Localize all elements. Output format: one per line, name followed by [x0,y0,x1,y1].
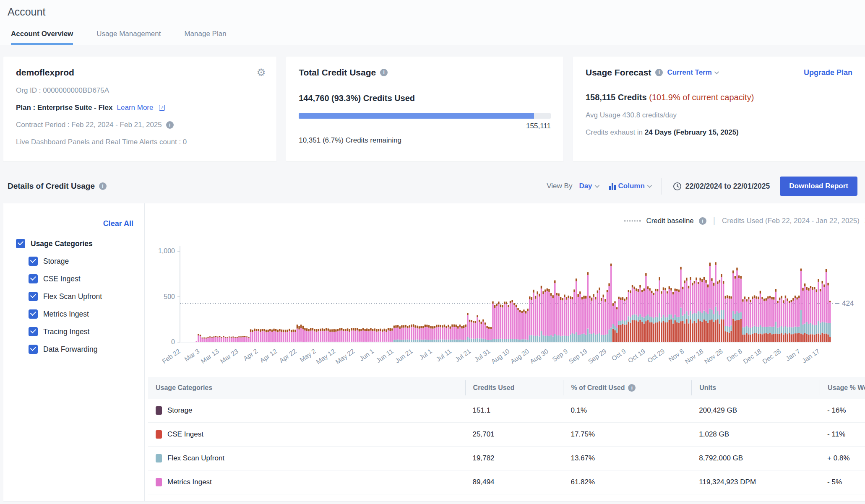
clock-icon [673,182,682,191]
learn-more-link[interactable]: Learn More [117,104,154,112]
table-row-cse-ingest[interactable]: CSE Ingest 25,701 17.75% 1,028 GB - 11% [148,423,865,447]
term-dropdown[interactable]: Current Term [667,68,717,77]
col-usage-wow: Usage % WoW [820,380,865,395]
usage-table-header: Usage Categories Credits Used % of Credi… [148,377,865,399]
usage-forecast-card: Usage Forecast i Current Term Upgrade Pl… [573,57,865,161]
checkbox-icon[interactable] [29,345,38,354]
credit-progress-fill [299,113,534,119]
info-icon[interactable]: i [699,217,706,225]
svg-text:Mar 23: Mar 23 [219,348,240,365]
credit-capacity: 155,111 [299,122,551,130]
svg-text:Aug 10: Aug 10 [490,347,511,365]
credit-usage-chart[interactable]: 05001,000424Feb 22Mar 3Mar 13Mar 23Apr 2… [145,228,858,373]
filter-tracing-ingest[interactable]: Tracing Ingest [29,327,133,336]
table-row-storage[interactable]: Storage 151.1 0.1% 200,429 GB - 16% [148,399,865,423]
svg-text:Jun 1: Jun 1 [358,348,375,363]
exhaust-prefix: Credits exhaust in [586,128,645,136]
info-icon[interactable]: i [99,182,107,190]
download-report-button[interactable]: Download Report [780,177,857,196]
divider [662,178,662,195]
forecast-credits: 158,115 Credits [586,93,647,102]
credits-used-line: 144,760 (93.3%) Credits Used [299,94,551,103]
svg-text:Jul 11: Jul 11 [435,348,453,363]
page-title: Account [8,6,865,18]
filter-metrics-ingest[interactable]: Metrics Ingest [29,309,133,319]
svg-text:May 22: May 22 [334,348,356,366]
clear-all-link[interactable]: Clear All [16,219,133,228]
capacity-warning: (101.9% of current capacity) [649,93,754,102]
cse-ingest-color-swatch [156,430,162,439]
info-icon[interactable]: i [380,69,388,76]
upgrade-plan-link[interactable]: Upgrade Plan [804,68,852,77]
svg-text:Aug 30: Aug 30 [529,347,550,365]
svg-text:May 12: May 12 [315,348,336,366]
chevron-down-icon [594,183,599,188]
svg-text:May 2: May 2 [298,348,317,364]
credit-card-title: Total Credit Usage [299,68,376,78]
tab-bar: Account Overview Usage Management Manage… [0,18,865,45]
chevron-down-icon [714,70,719,74]
svg-text:Apr 2: Apr 2 [242,348,259,362]
table-row-metrics-ingest[interactable]: Metrics Ingest 89,494 61.82% 119,324,923… [148,470,865,494]
svg-text:Jun 11: Jun 11 [375,348,395,364]
checkbox-icon[interactable] [29,309,38,319]
info-icon[interactable]: i [655,69,663,76]
summary-cards: demoflexprod ⚙ Org ID : 0000000000BD675A… [0,45,865,161]
tab-usage-management[interactable]: Usage Management [96,30,161,45]
usage-table: Usage Categories Credits Used % of Credi… [148,377,865,494]
svg-text:0: 0 [171,338,175,346]
dotted-line-icon [624,221,641,221]
org-id: Org ID : 0000000000BD675A [16,86,264,95]
date-range-picker[interactable]: 22/02/2024 to 22/01/2025 [673,182,770,191]
checkbox-icon[interactable] [29,257,38,266]
gear-icon[interactable]: ⚙ [257,67,266,78]
checkbox-icon[interactable] [16,239,25,248]
contract-period: Contract Period : Feb 22, 2024 - Feb 21,… [16,121,162,129]
column-chart-icon [609,182,616,190]
credit-usage-panel: Clear All Usage Categories Storage CSE I… [3,203,865,501]
svg-text:Jan 7: Jan 7 [784,348,802,363]
col-credits-used: Credits Used [465,380,563,395]
avg-usage: Avg Usage 430.8 credits/day [586,111,852,120]
col-pct-credit-used: % of Credit Used i [563,380,691,395]
checkbox-icon[interactable] [29,274,38,283]
svg-text:1,000: 1,000 [158,247,175,255]
svg-text:Apr 12: Apr 12 [258,348,278,364]
view-by-label: View By [547,182,572,190]
svg-text:Nov 8: Nov 8 [667,348,685,363]
table-row-flex-scan-upfront[interactable]: Flex Scan Upfront 19,782 13.67% 8,792,00… [148,447,865,470]
chart-legend: Credit baseline i | Credits Used (Feb 22… [145,216,865,226]
svg-text:Nov 28: Nov 28 [703,348,724,365]
svg-text:Jun 21: Jun 21 [394,348,414,365]
svg-text:Oct 9: Oct 9 [610,348,627,362]
info-icon[interactable]: i [628,384,636,392]
svg-text:Nov 18: Nov 18 [684,348,705,365]
filter-usage-categories[interactable]: Usage Categories [16,239,133,248]
tab-manage-plan[interactable]: Manage Plan [184,30,226,45]
org-card: demoflexprod ⚙ Org ID : 0000000000BD675A… [3,57,276,161]
chart-type-dropdown[interactable]: Column [605,182,651,190]
divider: | [713,216,715,226]
info-icon[interactable]: i [166,121,174,129]
checkbox-icon[interactable] [29,292,38,301]
filter-flex-scan-upfront[interactable]: Flex Scan Upfront [29,292,133,301]
filter-cse-ingest[interactable]: CSE Ingest [29,274,133,283]
total-credit-usage-card: Total Credit Usage i 144,760 (93.3%) Cre… [286,57,563,161]
svg-text:Aug 20: Aug 20 [509,347,530,365]
details-title: Details of Credit Usage [8,182,95,191]
org-name: demoflexprod [16,68,264,78]
series-legend-label: Credits Used (Feb 22, 2024 - Jan 22, 202… [722,217,860,225]
svg-text:Jan 17: Jan 17 [801,348,821,365]
external-link-icon: ↗ [159,105,165,111]
flex-scan-color-swatch [156,454,162,462]
view-by-dropdown[interactable]: Day [579,182,598,190]
svg-text:Jul 31: Jul 31 [473,348,492,364]
storage-color-swatch [156,406,162,415]
svg-text:Dec 18: Dec 18 [742,348,763,365]
checkbox-icon[interactable] [29,327,38,336]
svg-text:500: 500 [164,293,175,300]
filter-data-forwarding[interactable]: Data Forwarding [29,345,133,354]
details-toolbar: Details of Credit Usage i View By Day Co… [0,176,865,197]
filter-storage[interactable]: Storage [29,257,133,266]
tab-account-overview[interactable]: Account Overview [11,30,73,45]
